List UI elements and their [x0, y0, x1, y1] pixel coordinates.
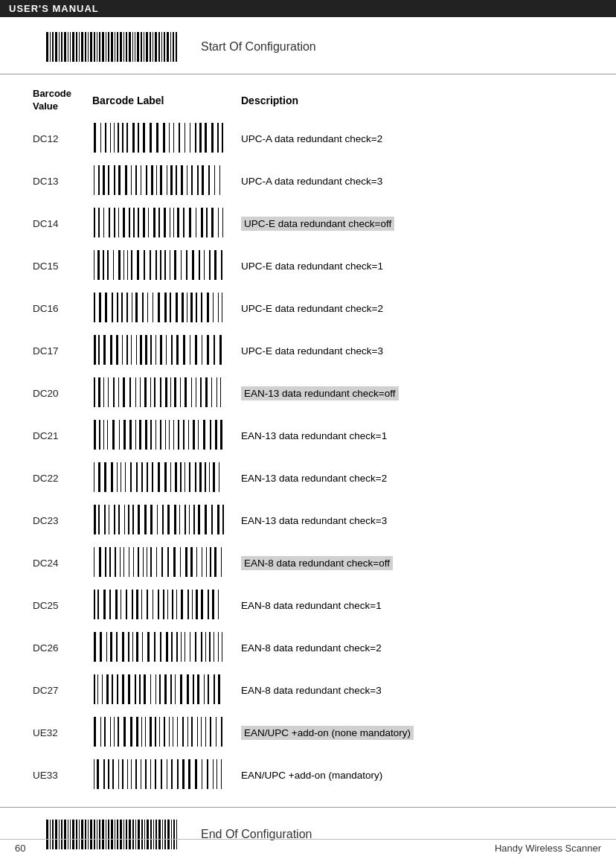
- svg-rect-84: [151, 165, 153, 195]
- barcode-description-cell: EAN/UPC +add-on (mandatory): [238, 754, 586, 796]
- svg-rect-311: [105, 547, 106, 577]
- svg-rect-300: [185, 505, 186, 534]
- svg-rect-137: [150, 250, 151, 280]
- svg-rect-113: [164, 208, 166, 237]
- svg-rect-206: [108, 377, 109, 407]
- svg-rect-413: [218, 674, 220, 704]
- svg-rect-121: [206, 208, 208, 237]
- svg-rect-130: [113, 250, 114, 280]
- svg-rect-394: [117, 674, 118, 704]
- table-row: DC27EAN-8 data redundant check=3: [30, 669, 586, 712]
- svg-rect-255: [220, 420, 222, 450]
- page-number: 60: [15, 843, 25, 854]
- svg-rect-187: [140, 335, 142, 365]
- svg-rect-102: [109, 208, 110, 237]
- header-title: USER'S MANUAL: [9, 3, 99, 14]
- svg-rect-422: [130, 717, 132, 747]
- barcode-value-cell: DC20: [30, 372, 89, 415]
- svg-rect-207: [113, 377, 115, 407]
- svg-rect-222: [191, 377, 192, 407]
- barcode-value-cell: UE33: [30, 754, 89, 796]
- svg-rect-432: [177, 717, 178, 747]
- svg-rect-199: [207, 335, 209, 365]
- svg-rect-118: [189, 208, 191, 237]
- svg-rect-82: [141, 165, 141, 195]
- svg-rect-6: [61, 32, 62, 62]
- svg-rect-244: [165, 420, 166, 450]
- svg-rect-462: [188, 759, 190, 789]
- table-row: DC13UPC-A data redundant check=3: [30, 160, 586, 202]
- svg-rect-28: [126, 32, 127, 62]
- svg-rect-197: [195, 335, 197, 365]
- svg-rect-367: [122, 632, 124, 662]
- svg-rect-419: [114, 717, 115, 747]
- svg-rect-213: [144, 377, 147, 407]
- svg-rect-329: [196, 547, 197, 577]
- svg-rect-273: [180, 462, 182, 492]
- svg-rect-133: [127, 250, 128, 280]
- svg-rect-467: [216, 759, 217, 789]
- svg-rect-162: [147, 293, 148, 322]
- svg-rect-91: [187, 165, 187, 195]
- svg-rect-298: [174, 505, 176, 534]
- svg-rect-449: [122, 759, 123, 789]
- svg-rect-73: [94, 165, 94, 195]
- svg-rect-283: [94, 505, 96, 534]
- svg-rect-7: [64, 32, 66, 62]
- svg-rect-97: [219, 165, 220, 195]
- svg-rect-168: [182, 293, 184, 322]
- svg-rect-153: [99, 293, 101, 322]
- svg-rect-262: [121, 462, 121, 492]
- svg-rect-246: [173, 420, 174, 450]
- highlighted-description: EAN-13 data redundant check=off: [241, 386, 399, 400]
- svg-rect-400: [150, 674, 151, 704]
- svg-rect-77: [114, 165, 115, 195]
- svg-rect-259: [104, 462, 106, 492]
- svg-rect-334: [221, 547, 222, 577]
- svg-rect-136: [144, 250, 145, 280]
- barcode-image: [92, 333, 226, 366]
- svg-rect-18: [97, 32, 97, 62]
- barcode-image: [92, 376, 226, 409]
- svg-rect-27: [123, 32, 124, 62]
- main-table-container: BarcodeValue Barcode Label Description D…: [0, 74, 616, 804]
- svg-rect-412: [214, 674, 215, 704]
- svg-rect-58: [150, 123, 152, 153]
- svg-rect-317: [133, 547, 134, 577]
- barcode-description-cell: EAN-8 data redundant check=2: [238, 627, 586, 669]
- svg-rect-391: [102, 674, 103, 704]
- svg-rect-148: [209, 250, 211, 280]
- page-footer: 60 Handy Wireless Scanner: [0, 839, 616, 854]
- table-row: DC20EAN-13 data redundant check=off: [30, 372, 586, 415]
- svg-rect-395: [122, 674, 124, 704]
- svg-rect-44: [173, 32, 174, 62]
- svg-rect-156: [117, 293, 118, 322]
- svg-rect-373: [154, 632, 155, 662]
- svg-rect-424: [141, 717, 142, 747]
- svg-rect-145: [192, 250, 194, 280]
- svg-rect-301: [189, 505, 190, 534]
- svg-rect-409: [197, 674, 199, 704]
- svg-rect-326: [180, 547, 181, 577]
- svg-rect-22: [108, 32, 109, 62]
- table-row: DC12UPC-A data redundant check=2: [30, 118, 586, 160]
- svg-rect-436: [197, 717, 198, 747]
- svg-rect-50: [110, 123, 111, 153]
- svg-rect-2: [50, 32, 51, 62]
- svg-rect-160: [135, 293, 138, 322]
- svg-rect-374: [160, 632, 161, 662]
- svg-rect-430: [169, 717, 170, 747]
- svg-rect-306: [217, 505, 219, 534]
- svg-rect-353: [181, 590, 183, 619]
- svg-rect-65: [190, 123, 190, 153]
- svg-rect-286: [109, 505, 109, 534]
- svg-rect-75: [103, 165, 105, 195]
- svg-rect-132: [123, 250, 124, 280]
- svg-rect-36: [150, 32, 151, 62]
- svg-rect-264: [130, 462, 132, 492]
- svg-rect-172: [201, 293, 202, 322]
- svg-rect-253: [210, 420, 211, 450]
- svg-rect-258: [98, 462, 100, 492]
- barcode-value-cell: UE32: [30, 712, 89, 754]
- svg-rect-356: [196, 590, 198, 619]
